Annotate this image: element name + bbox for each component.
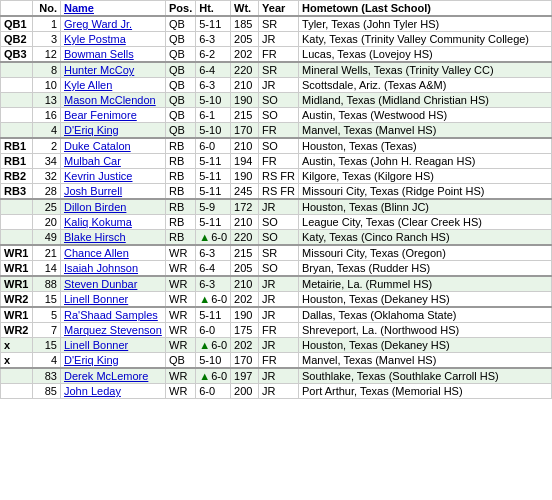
row-number: 49	[33, 230, 61, 246]
row-ht: 5-11	[196, 154, 231, 169]
row-ht: ▲6-0	[196, 338, 231, 353]
row-ht: 6-3	[196, 276, 231, 292]
table-row: 85John LedayWR6-0200JRPort Arthur, Texas…	[1, 384, 552, 399]
row-number: 25	[33, 199, 61, 215]
row-ht: 6-1	[196, 108, 231, 123]
row-hometown: Shreveport, La. (Northwood HS)	[299, 323, 552, 338]
row-group: QB1	[1, 16, 33, 32]
row-year: SO	[259, 93, 299, 108]
row-name: Duke Catalon	[61, 138, 166, 154]
row-ht: 5-11	[196, 16, 231, 32]
row-year: SR	[259, 62, 299, 78]
table-row: QB312Bowman SellsQB6-2202FRLucas, Texas …	[1, 47, 552, 63]
row-pos: RB	[166, 215, 196, 230]
row-group: WR1	[1, 307, 33, 323]
row-number: 88	[33, 276, 61, 292]
row-ht: 6-4	[196, 62, 231, 78]
row-group: QB2	[1, 32, 33, 47]
row-wt: 215	[231, 108, 259, 123]
row-hometown: Lucas, Texas (Lovejoy HS)	[299, 47, 552, 63]
row-pos: RB	[166, 199, 196, 215]
row-name: Kevrin Justice	[61, 169, 166, 184]
row-hometown: Port Arthur, Texas (Memorial HS)	[299, 384, 552, 399]
row-name: Kyle Allen	[61, 78, 166, 93]
row-year: JR	[259, 78, 299, 93]
row-hometown: Missouri City, Texas (Oregon)	[299, 245, 552, 261]
row-ht: 6-3	[196, 245, 231, 261]
row-group: x	[1, 353, 33, 369]
row-wt: 210	[231, 276, 259, 292]
col-ht: Ht.	[196, 1, 231, 17]
row-name: Derek McLemore	[61, 368, 166, 384]
row-year: SO	[259, 230, 299, 246]
row-wt: 175	[231, 323, 259, 338]
row-name: Bowman Sells	[61, 47, 166, 63]
table-row: WR121Chance AllenWR6-3215SRMissouri City…	[1, 245, 552, 261]
row-pos: QB	[166, 47, 196, 63]
row-group	[1, 62, 33, 78]
row-group	[1, 108, 33, 123]
row-name: Chance Allen	[61, 245, 166, 261]
row-group	[1, 215, 33, 230]
row-year: FR	[259, 323, 299, 338]
row-number: 12	[33, 47, 61, 63]
row-pos: QB	[166, 78, 196, 93]
row-hometown: Austin, Texas (John H. Reagan HS)	[299, 154, 552, 169]
row-year: FR	[259, 353, 299, 369]
table-row: QB11Greg Ward Jr.QB5-11185SRTyler, Texas…	[1, 16, 552, 32]
row-ht: 5-10	[196, 353, 231, 369]
row-year: JR	[259, 32, 299, 47]
row-pos: WR	[166, 384, 196, 399]
row-hometown: Metairie, La. (Rummel HS)	[299, 276, 552, 292]
row-hometown: Houston, Texas (Dekaney HS)	[299, 292, 552, 308]
row-wt: 190	[231, 169, 259, 184]
row-name: Kaliq Kokuma	[61, 215, 166, 230]
row-hometown: Mineral Wells, Texas (Trinity Valley CC)	[299, 62, 552, 78]
row-ht: 5-11	[196, 169, 231, 184]
row-year: SO	[259, 108, 299, 123]
row-pos: RB	[166, 230, 196, 246]
row-group: WR1	[1, 261, 33, 277]
row-wt: 202	[231, 338, 259, 353]
arrow-icon: ▲	[199, 370, 210, 382]
row-number: 83	[33, 368, 61, 384]
row-wt: 202	[231, 47, 259, 63]
row-year: JR	[259, 199, 299, 215]
row-number: 21	[33, 245, 61, 261]
table-row: RB328Josh BurrellRB5-11245RS FRMissouri …	[1, 184, 552, 200]
row-hometown: Katy, Texas (Cinco Ranch HS)	[299, 230, 552, 246]
row-ht: 6-3	[196, 78, 231, 93]
table-row: x15Linell BonnerWR▲6-0202JRHouston, Texa…	[1, 338, 552, 353]
row-wt: 190	[231, 307, 259, 323]
row-pos: WR	[166, 323, 196, 338]
row-ht: 5-11	[196, 215, 231, 230]
row-hometown: Manvel, Texas (Manvel HS)	[299, 353, 552, 369]
row-ht: 5-10	[196, 93, 231, 108]
row-ht: 6-3	[196, 32, 231, 47]
row-name: John Leday	[61, 384, 166, 399]
table-row: 4D'Eriq KingQB5-10170FRManvel, Texas (Ma…	[1, 123, 552, 139]
row-pos: WR	[166, 368, 196, 384]
row-pos: WR	[166, 292, 196, 308]
row-year: JR	[259, 368, 299, 384]
col-hometown: Hometown (Last School)	[299, 1, 552, 17]
row-name: Bear Fenimore	[61, 108, 166, 123]
row-group	[1, 384, 33, 399]
row-wt: 220	[231, 230, 259, 246]
table-row: RB134Mulbah CarRB5-11194FRAustin, Texas …	[1, 154, 552, 169]
row-group: RB1	[1, 138, 33, 154]
row-number: 4	[33, 123, 61, 139]
col-year: Year	[259, 1, 299, 17]
row-number: 15	[33, 292, 61, 308]
row-number: 8	[33, 62, 61, 78]
row-hometown: Austin, Texas (Westwood HS)	[299, 108, 552, 123]
row-year: SR	[259, 245, 299, 261]
row-ht: 6-0	[196, 138, 231, 154]
table-row: WR15Ra'Shaad SamplesWR5-11190JRDallas, T…	[1, 307, 552, 323]
col-wt: Wt.	[231, 1, 259, 17]
row-group: WR2	[1, 323, 33, 338]
row-number: 1	[33, 16, 61, 32]
row-group	[1, 123, 33, 139]
table-row: WR215Linell BonnerWR▲6-0202JRHouston, Te…	[1, 292, 552, 308]
row-wt: 205	[231, 32, 259, 47]
